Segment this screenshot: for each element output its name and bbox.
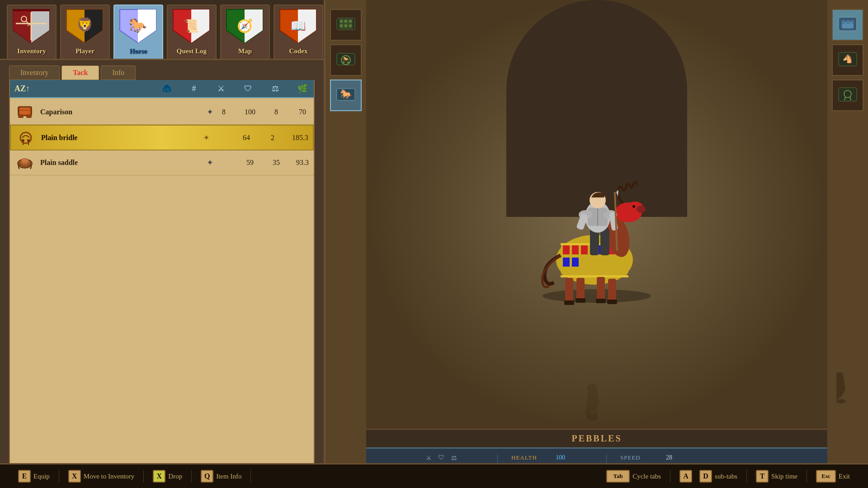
svg-text:🦁: 🦁 (76, 17, 94, 33)
col-header-attack[interactable]: ⚔ (214, 84, 228, 94)
slot-right-2[interactable]: 🐴 (832, 44, 863, 76)
tab-label-player: Player (75, 47, 94, 55)
svg-point-92 (836, 399, 845, 404)
tab-shield-horse: 🐎 (118, 8, 159, 46)
svg-rect-84 (846, 20, 850, 24)
svg-point-23 (22, 159, 28, 163)
svg-rect-43 (572, 245, 579, 254)
col-header-count[interactable]: # (187, 84, 201, 94)
item-list: Caparison ✦ 8 100 8 70 (10, 98, 314, 469)
svg-rect-15 (26, 114, 32, 118)
key-t[interactable]: T (756, 470, 769, 483)
svg-point-18 (27, 139, 30, 142)
tab-label-codex: Codex (289, 47, 308, 55)
svg-rect-14 (18, 114, 24, 118)
key-q[interactable]: Q (201, 470, 213, 483)
col-headers-right: 🧥 # ⚔ 🛡 ⚖ 🌿 (160, 84, 309, 94)
item-icon-saddle (14, 153, 35, 173)
tab-inventory[interactable]: Inventory (7, 5, 57, 59)
shadow-left (579, 377, 615, 424)
svg-rect-67 (600, 228, 609, 255)
slot-right-3[interactable] (832, 80, 863, 111)
tab-map[interactable]: 🧭 Map (220, 5, 270, 59)
tab-shield-inventory (11, 8, 52, 46)
tab-horse[interactable]: 🐎 Horse (113, 5, 163, 59)
col-header-herb[interactable]: 🌿 (296, 84, 309, 94)
speed-value: 28 (665, 454, 674, 461)
svg-rect-12 (19, 108, 30, 115)
item-equip-caparison: ✦ (207, 107, 213, 117)
svg-rect-44 (581, 245, 588, 254)
action-item-info-label: Item Info (216, 473, 241, 480)
key-e[interactable]: E (18, 470, 31, 483)
svg-rect-60 (597, 277, 605, 300)
sub-tab-inventory[interactable]: Inventory (9, 66, 60, 80)
svg-text:📜: 📜 (184, 19, 199, 33)
horse-display-area: 🐎 🐎 (326, 0, 868, 488)
stat4-saddle: 93.3 (296, 159, 309, 167)
action-subtabs-label: sub-tabs (715, 473, 737, 480)
stat3-caparison: 8 (269, 108, 283, 116)
sub-tab-tack[interactable]: Tack (61, 66, 99, 80)
svg-rect-26 (340, 20, 343, 23)
svg-rect-83 (842, 20, 845, 24)
sub-tab-info[interactable]: Info (101, 66, 136, 80)
column-headers: AZ↑ 🧥 # ⚔ 🛡 ⚖ 🌿 (10, 80, 314, 98)
stat4-caparison: 70 (296, 108, 309, 116)
left-panel: Inventory 🦁 Player (0, 0, 326, 488)
inventory-content: AZ↑ 🧥 # ⚔ 🛡 ⚖ 🌿 (9, 80, 315, 488)
stat2-bridle: 64 (240, 134, 253, 142)
svg-rect-88 (839, 88, 857, 101)
svg-point-17 (22, 139, 24, 142)
health-row: HEALTH 100 (511, 454, 593, 461)
horse-slots-left: 🐎 🐎 (326, 0, 366, 488)
item-row-saddle[interactable]: Plain saddle ✦ 59 35 93.3 (10, 150, 314, 175)
key-x-move[interactable]: X (68, 470, 81, 483)
health-label: HEALTH (511, 454, 552, 461)
key-a[interactable]: A (679, 470, 692, 483)
action-cycle-label: Cycle tabs (632, 473, 661, 480)
key-x-drop[interactable]: X (153, 470, 165, 483)
key-d[interactable]: D (699, 470, 712, 483)
slot-right-1[interactable] (832, 9, 863, 41)
health-value: 100 (556, 454, 565, 461)
slot-bridle[interactable]: 🐎 (330, 44, 362, 76)
svg-text:🐎: 🐎 (129, 17, 147, 34)
item-row-caparison[interactable]: Caparison ✦ 8 100 8 70 (10, 100, 314, 125)
stat4-bridle: 185.3 (292, 134, 308, 142)
armour-icon-1: ⚔ (424, 454, 433, 462)
action-exit: Esc Exit (807, 470, 859, 483)
col-header-defense[interactable]: 🛡 (241, 84, 255, 94)
svg-rect-31 (349, 24, 352, 27)
item-stats-caparison: 8 100 8 70 (217, 108, 309, 116)
sort-button[interactable]: AZ↑ (14, 84, 30, 94)
svg-text:📖: 📖 (290, 19, 306, 33)
svg-text:🐎: 🐎 (343, 56, 349, 62)
slot-horse-active[interactable]: 🐎 (330, 80, 362, 111)
key-esc[interactable]: Esc (816, 470, 836, 483)
col-header-type[interactable]: 🧥 (160, 84, 174, 94)
tab-questlog[interactable]: 📜 Quest Log (167, 5, 217, 59)
tab-shield-map: 🧭 (225, 8, 265, 46)
right-panel: 🐎 🐎 (326, 0, 868, 488)
tab-player[interactable]: 🦁 Player (60, 5, 110, 59)
stat1-caparison: 8 (217, 108, 231, 116)
tab-shield-player: 🦁 (65, 8, 105, 46)
action-bar: E Equip X Move to Inventory X Drop Q Ite… (0, 463, 868, 488)
svg-point-56 (637, 206, 646, 213)
tab-label-questlog: Quest Log (177, 47, 207, 55)
tab-shield-codex: 📖 (278, 8, 319, 46)
col-header-weight[interactable]: ⚖ (269, 84, 282, 94)
item-stats-bridle: 64 2 185.3 (213, 134, 308, 142)
svg-rect-85 (851, 20, 854, 24)
tab-codex[interactable]: 📖 Codex (274, 5, 323, 59)
action-equip-label: Equip (33, 473, 50, 480)
item-row-bridle[interactable]: Plain bridle ✦ 64 2 185.3 (10, 125, 314, 150)
stat2-saddle: 59 (243, 159, 257, 167)
svg-rect-62 (564, 300, 574, 305)
slot-caparison[interactable] (330, 9, 362, 41)
item-equip-bridle: ✦ (203, 133, 210, 143)
svg-rect-52 (561, 275, 628, 277)
key-tab[interactable]: Tab (606, 470, 630, 483)
svg-rect-28 (349, 20, 352, 23)
